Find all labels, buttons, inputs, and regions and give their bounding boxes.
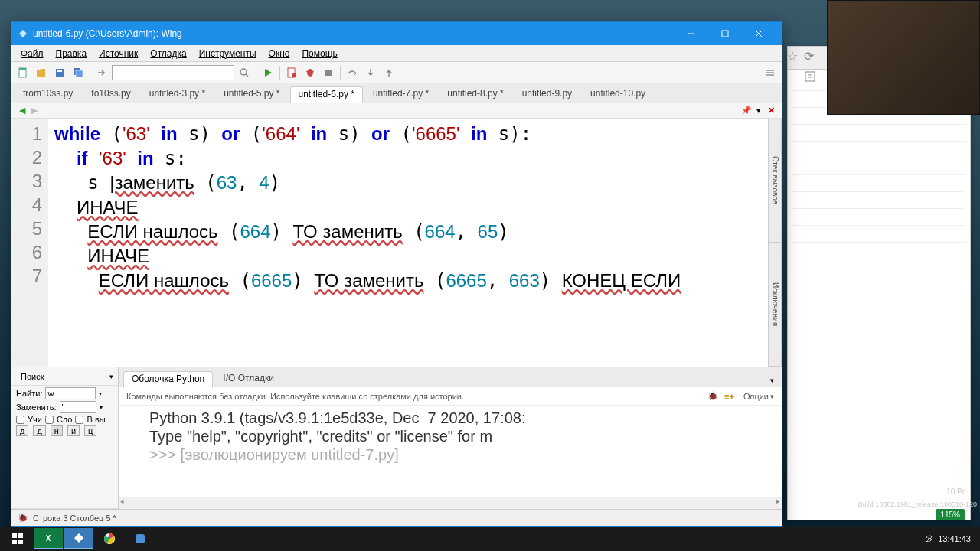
filetab-untitled9[interactable]: untitled-9.py [514,86,580,103]
status-text: Строка 3 Столбец 5 * [33,514,116,523]
task-app[interactable] [126,528,155,549]
wrap-checkbox[interactable] [75,416,83,424]
menu-window[interactable]: Окно [263,47,296,60]
line-gutter: 1 2 3 4 5 6 7 [11,119,48,367]
editor-area[interactable]: 1 2 3 4 5 6 7 while ('63' in s) or ('664… [11,119,782,367]
shell-dropdown-icon[interactable]: ▾ [767,373,777,387]
find-btn-d1[interactable]: д [16,425,28,436]
svg-rect-1 [722,31,728,37]
menu-source[interactable]: Источник [93,47,144,60]
debug-button[interactable] [302,64,318,81]
find-btn-n[interactable]: н [51,425,63,436]
dropdown-icon[interactable]: ▾ [753,105,765,117]
filetab-untitled7[interactable]: untitled-7.py * [364,86,437,103]
nav-back-button[interactable]: ◀ [16,105,28,117]
menu-edit[interactable]: Правка [50,47,93,60]
shell-add-icon[interactable]: ≡+ [724,392,734,401]
menu-tools[interactable]: Инструменты [193,47,263,60]
svg-rect-26 [12,540,17,544]
maximize-button[interactable] [708,22,742,45]
filetab-untitled6[interactable]: untitled-6.py * [290,86,363,103]
svg-point-13 [292,73,296,77]
start-button[interactable] [3,528,32,549]
save-all-button[interactable] [70,64,87,81]
svg-rect-21 [805,72,815,81]
find-btn-c[interactable]: ц [84,425,96,436]
titlebar[interactable]: untitled-6.py (C:\Users\Admin): Wing [11,22,782,45]
background-panel: viewAll [787,46,971,520]
star-icon[interactable]: ☆ [787,49,798,64]
taskbar-time[interactable]: 13:41:43 [938,534,971,543]
code-content[interactable]: while ('63' in s) or ('664' in s) or ('6… [48,119,769,367]
filetab-untitled8[interactable]: untitled-8.py * [439,86,511,103]
task-excel[interactable]: X [34,528,63,549]
product-text: 10 Pr [946,487,965,496]
svg-rect-5 [19,68,26,70]
menubar: Файл Правка Источник Отладка Инструменты… [11,45,782,62]
replace-input[interactable] [60,401,96,413]
shell-hint: Команды выполняются без отладки. Использ… [126,392,464,401]
find-btn-d2[interactable]: д [33,425,45,436]
minimize-button[interactable] [675,22,708,45]
filetab-untitled5[interactable]: untitled-5.py * [215,86,288,103]
side-tab-stack[interactable]: Стек вызовов [768,119,782,243]
search-button[interactable] [236,64,253,81]
new-file-button[interactable] [15,64,31,81]
taskbar[interactable]: X ℬ 13:41:43 [0,527,980,551]
shell-options[interactable]: Опции [743,392,769,401]
reading-list-icon[interactable] [804,70,816,86]
goto-button[interactable] [93,64,110,81]
app-icon [18,28,28,39]
filetab-untitled10[interactable]: untitled-10.py [582,86,654,103]
pin-icon[interactable]: 📌 [740,105,753,117]
open-file-button[interactable] [33,64,50,81]
zoom-badge[interactable]: 115% [936,509,965,520]
task-chrome[interactable] [95,528,124,549]
nav-fwd-button[interactable]: ▶ [28,105,41,117]
build-text: Build 18362.19h1_release.190318-120 [858,500,977,508]
step-into-button[interactable] [362,64,379,81]
case-checkbox[interactable] [16,416,24,424]
menu-file[interactable]: Файл [15,47,50,60]
word-checkbox[interactable] [45,416,54,424]
close-button[interactable] [742,22,776,45]
save-button[interactable] [51,64,68,81]
ide-window: untitled-6.py (C:\Users\Admin): Wing Фай… [11,21,782,527]
filetab-untitled3[interactable]: untitled-3.py * [141,86,214,103]
filetab-from10ss[interactable]: from10ss.py [15,86,81,103]
svg-line-11 [246,74,248,77]
search-panel-label[interactable]: Поиск [16,370,105,383]
filetab-to10ss[interactable]: to10ss.py [83,86,139,103]
close-tab-button[interactable]: ✕ [765,105,777,117]
menu-help[interactable]: Помощь [296,47,343,60]
menu-debug[interactable]: Отладка [144,47,192,60]
taskbar-script-icon[interactable]: ℬ [925,534,932,544]
find-btn-i[interactable]: и [67,425,80,436]
svg-rect-25 [18,533,23,538]
svg-rect-9 [76,70,83,77]
svg-rect-27 [18,540,23,544]
step-out-button[interactable] [381,64,397,81]
window-title: untitled-6.py (C:\Users\Admin): Wing [33,28,675,39]
svg-rect-30 [136,534,145,543]
shell-tab-python[interactable]: Оболочка Python [123,371,213,388]
task-wing[interactable] [64,528,93,549]
file-tabs: from10ss.py to10ss.py untitled-3.py * un… [11,83,782,103]
refresh-icon[interactable]: ⟳ [804,49,814,64]
shell-output[interactable]: Python 3.9.1 (tags/v3.9.1:1e5d33e, Dec 7… [119,406,782,497]
shell-tab-io[interactable]: I/O Отладки [214,370,283,387]
step-over-button[interactable] [344,64,361,81]
debug-file-button[interactable] [283,64,300,81]
status-bug-icon: 🐞 [18,513,28,523]
search-dropdown-icon[interactable]: ▾ [109,373,113,380]
shell-h-scrollbar[interactable]: ◂ ▸ [119,497,782,509]
toolbar-search-input[interactable] [112,65,234,80]
run-button[interactable] [260,64,276,81]
side-tab-exceptions[interactable]: Исключения [768,243,782,367]
find-input[interactable] [45,387,96,399]
hamburger-button[interactable] [762,64,779,81]
stop-button[interactable] [320,64,337,81]
find-label: Найти: [16,389,42,398]
svg-point-10 [240,69,247,75]
shell-bug-icon[interactable]: 🐞 [707,391,718,401]
